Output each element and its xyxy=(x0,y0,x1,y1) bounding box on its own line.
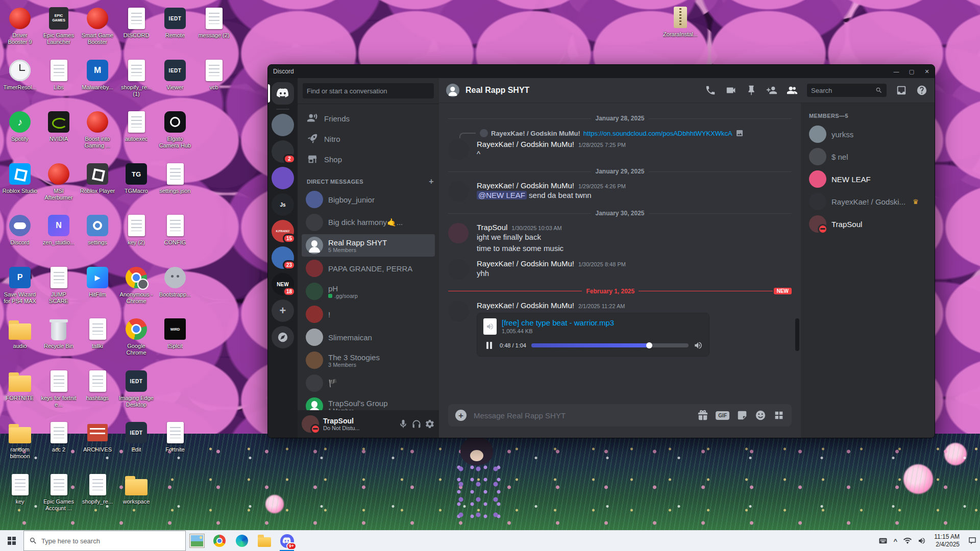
desktop-icon-zorarainstal[interactable]: ZoraraInstal... xyxy=(663,5,698,38)
desktop-icon-google-chrome[interactable]: Google Chrome xyxy=(118,317,154,356)
taskbar-discord-icon[interactable]: 9+ xyxy=(276,531,298,551)
desktop-icon-hashtags[interactable]: hashtags xyxy=(80,369,115,402)
phone-icon[interactable] xyxy=(705,85,716,96)
dm-item[interactable]: PAPA GRANDE, PERRA xyxy=(302,257,435,280)
desktop-icon-settings[interactable]: settings xyxy=(80,213,115,246)
desktop-icon-settings-json[interactable]: settings.json xyxy=(157,162,193,194)
emoji-icon[interactable] xyxy=(755,410,766,421)
desktop-icon-smart-game-booster[interactable]: Smart Game Booster xyxy=(80,6,115,45)
desktop-icon-remote[interactable]: IEDTRemote xyxy=(157,6,193,39)
desktop-icon-vcb[interactable]: vcb xyxy=(196,58,232,91)
desktop-icon-roblox-studio[interactable]: Roblox Studio xyxy=(2,162,38,194)
help-icon[interactable] xyxy=(916,85,927,96)
desktop-icon-tsplcit[interactable]: WIRDtSplcit xyxy=(157,317,193,349)
gear-icon[interactable] xyxy=(425,419,435,429)
sidebar-item-shop[interactable]: Shop xyxy=(302,149,435,169)
message-list[interactable]: January 28, 2025RayexKae! / Godskin MuMu… xyxy=(439,103,801,402)
create-dm-icon[interactable]: + xyxy=(429,177,434,186)
taskbar-edge-icon[interactable] xyxy=(231,531,253,551)
message-author[interactable]: TrapSoul xyxy=(477,223,507,232)
desktop-icon-epic-games-launcher[interactable]: EPIC GAMESEpic Games Launcher xyxy=(41,6,77,45)
dm-item[interactable]: 🏴 xyxy=(302,372,435,394)
desktop-icon-boost-into-gaming[interactable]: Boost into Gaming ... xyxy=(80,110,115,149)
taskbar-photos-icon[interactable] xyxy=(186,531,208,551)
member-row[interactable]: NEW LEAF xyxy=(809,168,930,190)
dm-item[interactable]: Bigboy_junior xyxy=(302,188,435,211)
reply-context[interactable]: RayexKae! / Godskin MuMu!https://on.soun… xyxy=(448,128,792,138)
sticker-icon[interactable] xyxy=(737,410,748,421)
desktop-icon-shopify-re-1[interactable]: shopify_re... (1) xyxy=(118,58,154,97)
desktop-icon-viewer[interactable]: IEDTViewer xyxy=(157,58,193,91)
people-icon[interactable] xyxy=(787,85,798,96)
sidebar-item-friends[interactable]: Friends xyxy=(302,109,435,128)
wifi-icon[interactable] xyxy=(903,537,912,545)
desktop-icon-message-2[interactable]: message (2) xyxy=(196,6,232,39)
desktop-icon-libs[interactable]: Libs xyxy=(41,58,77,91)
desktop-icon-driver-booster-9[interactable]: Driver Booster 9 xyxy=(2,6,38,45)
apps-icon[interactable] xyxy=(773,410,785,421)
desktop-icon-epic-games-account[interactable]: Epic Games Account ... xyxy=(41,472,77,512)
server-icon[interactable] xyxy=(268,114,298,136)
taskbar-search[interactable]: Type here to search xyxy=(23,531,186,551)
chat-search[interactable]: Search xyxy=(807,84,887,97)
dm-item[interactable]: Real Rapp SHYT5 Members xyxy=(302,234,435,257)
dm-item[interactable]: pH.gg/soarp xyxy=(302,280,435,303)
gift-icon[interactable] xyxy=(697,410,708,421)
desktop-icon-bootstrapp[interactable]: Bootstrapp... xyxy=(157,265,193,298)
desktop-icon-archives[interactable]: ARCHIVES xyxy=(80,420,115,453)
dm-item[interactable]: The 3 Stoogies3 Members xyxy=(302,349,435,371)
desktop-icon-spotify[interactable]: ♪Spotify xyxy=(2,110,38,142)
server-icon[interactable]: Js xyxy=(268,193,298,216)
chat-scrollbar[interactable] xyxy=(795,318,799,351)
desktop-icon-tallki[interactable]: tallki xyxy=(80,317,115,349)
user-info[interactable]: TrapSoul Do Not Distu... xyxy=(323,417,394,431)
dm-item[interactable]: ! xyxy=(302,303,435,325)
keyboard-icon[interactable] xyxy=(878,536,888,545)
message-avatar[interactable] xyxy=(448,223,469,243)
conversation-search[interactable]: Find or start a conversation xyxy=(303,83,434,98)
message-author[interactable]: RayexKae! / Godskin MuMu! xyxy=(477,301,574,310)
desktop-icon-audio[interactable]: audio xyxy=(2,317,38,349)
seek-knob[interactable] xyxy=(646,342,652,348)
desktop-icon-hitfilm[interactable]: ▶HitFilm xyxy=(80,265,115,298)
video-icon[interactable] xyxy=(725,85,737,96)
member-row[interactable]: yurkss xyxy=(809,123,930,145)
server-icon[interactable]: 2 xyxy=(268,140,298,163)
message-author[interactable]: RayexKae! / Godskin MuMu! xyxy=(477,140,574,148)
user-avatar[interactable] xyxy=(302,415,319,433)
explore-servers-button[interactable] xyxy=(268,326,298,348)
minimize-button[interactable]: — xyxy=(889,65,904,78)
inbox-icon[interactable] xyxy=(896,85,907,96)
home-button[interactable] xyxy=(268,82,298,105)
desktop-icon-random-bitmoon[interactable]: random bitmoon xyxy=(2,420,38,460)
addUser-icon[interactable] xyxy=(766,85,777,96)
desktop-icon-autoexec[interactable]: autoexec xyxy=(118,110,154,142)
headphones-icon[interactable] xyxy=(411,419,422,429)
pin-icon[interactable] xyxy=(746,85,757,96)
desktop-icon-key-2[interactable]: key (2) xyxy=(118,213,154,246)
desktop-icon-discord[interactable]: Discord xyxy=(2,213,38,246)
desktop-icon-config[interactable]: CONFIG xyxy=(157,213,193,246)
server-icon[interactable]: KJTRADEZ15 xyxy=(268,220,298,242)
hidden-icons-caret[interactable]: ^ xyxy=(894,537,898,545)
desktop-icon-timerresol[interactable]: TimerResol... xyxy=(2,58,38,91)
desktop-icon-workspace[interactable]: workspace xyxy=(118,472,154,505)
volume-icon[interactable] xyxy=(694,341,703,350)
member-row[interactable]: RayexKae! / Godski...♛ xyxy=(809,190,930,213)
message-author[interactable]: RayexKae! / Godskin MuMu! xyxy=(477,181,574,190)
member-row[interactable]: TrapSoul xyxy=(809,213,930,235)
sidebar-scroll[interactable]: FriendsNitroShop DIRECT MESSAGES + Bigbo… xyxy=(298,104,439,410)
desktop-icon-zen-studio[interactable]: Nzen_studio... xyxy=(41,213,77,246)
add-server-button[interactable]: + xyxy=(268,299,298,322)
server-icon[interactable]: 23 xyxy=(268,246,298,269)
mic-icon[interactable] xyxy=(398,419,408,429)
taskbar-chrome-icon[interactable] xyxy=(208,531,231,551)
desktop-icon-save-wizard-for-ps4-max[interactable]: PSave Wizard for PS4 MAX xyxy=(2,265,38,305)
taskbar-clock[interactable]: 11:15 AM 2/4/2025 xyxy=(932,533,962,548)
message-input[interactable]: + Message Real Rapp SHYT GIF xyxy=(448,404,792,427)
taskbar-file-explorer-icon[interactable] xyxy=(253,531,276,551)
attach-plus-icon[interactable]: + xyxy=(455,410,467,421)
desktop-icon-tgmacro[interactable]: TGTGMacro xyxy=(118,162,154,194)
desktop-icon-jump-scare[interactable]: JUMP SCARE xyxy=(41,265,77,305)
desktop-icon-anonymous-chrome[interactable]: Anonymous - Chrome xyxy=(118,265,154,305)
